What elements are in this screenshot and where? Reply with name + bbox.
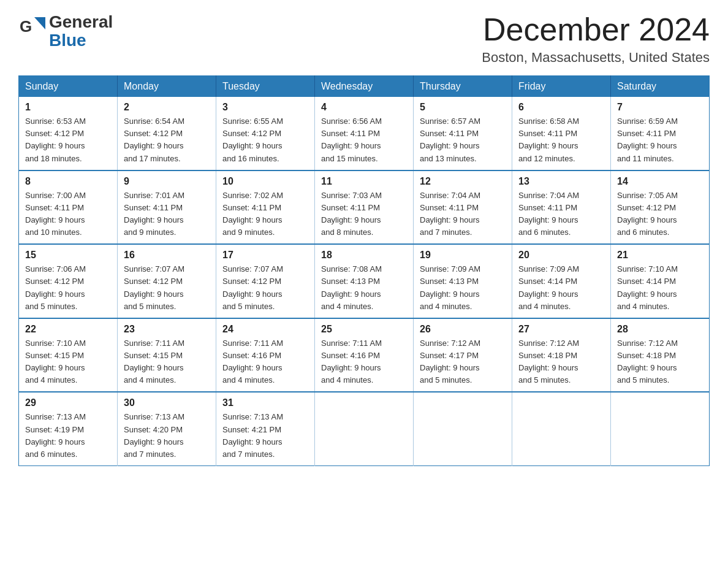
calendar-cell: 28 Sunrise: 7:12 AM Sunset: 4:18 PM Dayl… xyxy=(611,318,710,393)
day-info: Sunrise: 6:56 AM Sunset: 4:11 PM Dayligh… xyxy=(321,115,407,165)
weekday-header-wednesday: Wednesday xyxy=(315,76,414,98)
calendar-table: SundayMondayTuesdayWednesdayThursdayFrid… xyxy=(18,75,710,466)
day-info: Sunrise: 7:05 AM Sunset: 4:12 PM Dayligh… xyxy=(617,190,703,239)
day-number: 7 xyxy=(617,102,703,113)
week-row-5: 29 Sunrise: 7:13 AM Sunset: 4:19 PM Dayl… xyxy=(19,392,710,465)
weekday-header-saturday: Saturday xyxy=(611,76,710,98)
day-number: 20 xyxy=(518,250,604,261)
day-info: Sunrise: 7:06 AM Sunset: 4:12 PM Dayligh… xyxy=(25,263,111,313)
calendar-cell: 10 Sunrise: 7:02 AM Sunset: 4:11 PM Dayl… xyxy=(216,170,315,245)
day-info: Sunrise: 7:07 AM Sunset: 4:12 PM Dayligh… xyxy=(124,263,210,313)
day-info: Sunrise: 7:03 AM Sunset: 4:11 PM Dayligh… xyxy=(321,190,407,239)
weekday-header-sunday: Sunday xyxy=(19,76,118,98)
day-info: Sunrise: 7:07 AM Sunset: 4:12 PM Dayligh… xyxy=(222,263,308,313)
calendar-cell: 12 Sunrise: 7:04 AM Sunset: 4:11 PM Dayl… xyxy=(414,170,512,245)
day-info: Sunrise: 7:11 AM Sunset: 4:16 PM Dayligh… xyxy=(321,337,407,387)
blue-label: Blue xyxy=(49,31,86,50)
day-info: Sunrise: 7:04 AM Sunset: 4:11 PM Dayligh… xyxy=(518,190,604,239)
day-info: Sunrise: 6:59 AM Sunset: 4:11 PM Dayligh… xyxy=(617,115,703,165)
day-info: Sunrise: 7:12 AM Sunset: 4:18 PM Dayligh… xyxy=(617,337,703,387)
calendar-cell xyxy=(512,392,611,465)
calendar-cell: 19 Sunrise: 7:09 AM Sunset: 4:13 PM Dayl… xyxy=(414,244,512,318)
logo-icon: G xyxy=(18,13,45,40)
day-number: 23 xyxy=(124,324,210,335)
calendar-cell: 18 Sunrise: 7:08 AM Sunset: 4:13 PM Dayl… xyxy=(315,244,414,318)
day-info: Sunrise: 6:57 AM Sunset: 4:11 PM Dayligh… xyxy=(420,115,506,165)
weekday-header-monday: Monday xyxy=(118,76,216,98)
day-info: Sunrise: 6:53 AM Sunset: 4:12 PM Dayligh… xyxy=(25,115,111,165)
day-number: 28 xyxy=(617,324,703,335)
day-info: Sunrise: 7:04 AM Sunset: 4:11 PM Dayligh… xyxy=(420,190,506,239)
calendar-cell xyxy=(414,392,512,465)
calendar-cell: 16 Sunrise: 7:07 AM Sunset: 4:12 PM Dayl… xyxy=(118,244,216,318)
day-number: 5 xyxy=(420,102,506,113)
calendar-cell: 8 Sunrise: 7:00 AM Sunset: 4:11 PM Dayli… xyxy=(19,170,118,245)
day-number: 26 xyxy=(420,324,506,335)
day-number: 3 xyxy=(222,102,308,113)
day-number: 12 xyxy=(420,176,506,187)
day-number: 11 xyxy=(321,176,407,187)
day-number: 9 xyxy=(124,176,210,187)
day-info: Sunrise: 7:09 AM Sunset: 4:13 PM Dayligh… xyxy=(420,263,506,313)
day-info: Sunrise: 7:12 AM Sunset: 4:18 PM Dayligh… xyxy=(518,337,604,387)
calendar-cell: 6 Sunrise: 6:58 AM Sunset: 4:11 PM Dayli… xyxy=(512,97,611,170)
calendar-cell: 2 Sunrise: 6:54 AM Sunset: 4:12 PM Dayli… xyxy=(118,97,216,170)
day-number: 17 xyxy=(222,250,308,261)
weekday-header-friday: Friday xyxy=(512,76,611,98)
day-number: 27 xyxy=(518,324,604,335)
day-number: 18 xyxy=(321,250,407,261)
calendar-cell: 30 Sunrise: 7:13 AM Sunset: 4:20 PM Dayl… xyxy=(118,392,216,465)
calendar-cell: 27 Sunrise: 7:12 AM Sunset: 4:18 PM Dayl… xyxy=(512,318,611,393)
day-number: 10 xyxy=(222,176,308,187)
day-number: 24 xyxy=(222,324,308,335)
logo: G General Blue xyxy=(18,12,113,50)
calendar-cell: 26 Sunrise: 7:12 AM Sunset: 4:17 PM Dayl… xyxy=(414,318,512,393)
location-title: Boston, Massachusetts, United States xyxy=(482,50,710,66)
day-number: 21 xyxy=(617,250,703,261)
day-info: Sunrise: 7:10 AM Sunset: 4:14 PM Dayligh… xyxy=(617,263,703,313)
calendar-cell: 5 Sunrise: 6:57 AM Sunset: 4:11 PM Dayli… xyxy=(414,97,512,170)
logo-general-text: General xyxy=(49,12,113,32)
calendar-cell: 13 Sunrise: 7:04 AM Sunset: 4:11 PM Dayl… xyxy=(512,170,611,245)
day-number: 4 xyxy=(321,102,407,113)
svg-text:G: G xyxy=(20,17,32,36)
header: G General Blue December 2024 Boston, Mas… xyxy=(18,12,710,66)
day-number: 30 xyxy=(124,397,210,408)
month-title: December 2024 xyxy=(482,12,710,47)
calendar-cell xyxy=(315,392,414,465)
calendar-cell: 24 Sunrise: 7:11 AM Sunset: 4:16 PM Dayl… xyxy=(216,318,315,393)
day-number: 14 xyxy=(617,176,703,187)
day-number: 31 xyxy=(222,397,308,408)
day-number: 19 xyxy=(420,250,506,261)
day-number: 1 xyxy=(25,102,111,113)
day-number: 16 xyxy=(124,250,210,261)
calendar-cell: 1 Sunrise: 6:53 AM Sunset: 4:12 PM Dayli… xyxy=(19,97,118,170)
calendar-cell: 31 Sunrise: 7:13 AM Sunset: 4:21 PM Dayl… xyxy=(216,392,315,465)
calendar-cell: 29 Sunrise: 7:13 AM Sunset: 4:19 PM Dayl… xyxy=(19,392,118,465)
day-number: 25 xyxy=(321,324,407,335)
day-info: Sunrise: 7:10 AM Sunset: 4:15 PM Dayligh… xyxy=(25,337,111,387)
week-row-4: 22 Sunrise: 7:10 AM Sunset: 4:15 PM Dayl… xyxy=(19,318,710,393)
calendar-cell: 9 Sunrise: 7:01 AM Sunset: 4:11 PM Dayli… xyxy=(118,170,216,245)
day-info: Sunrise: 7:09 AM Sunset: 4:14 PM Dayligh… xyxy=(518,263,604,313)
svg-marker-1 xyxy=(34,17,45,29)
calendar-cell: 15 Sunrise: 7:06 AM Sunset: 4:12 PM Dayl… xyxy=(19,244,118,318)
day-info: Sunrise: 7:12 AM Sunset: 4:17 PM Dayligh… xyxy=(420,337,506,387)
title-area: December 2024 Boston, Massachusetts, Uni… xyxy=(482,12,710,66)
calendar-cell: 3 Sunrise: 6:55 AM Sunset: 4:12 PM Dayli… xyxy=(216,97,315,170)
calendar-cell: 7 Sunrise: 6:59 AM Sunset: 4:11 PM Dayli… xyxy=(611,97,710,170)
day-number: 6 xyxy=(518,102,604,113)
day-info: Sunrise: 7:13 AM Sunset: 4:21 PM Dayligh… xyxy=(222,411,308,461)
calendar-cell: 23 Sunrise: 7:11 AM Sunset: 4:15 PM Dayl… xyxy=(118,318,216,393)
calendar-cell: 21 Sunrise: 7:10 AM Sunset: 4:14 PM Dayl… xyxy=(611,244,710,318)
calendar-cell: 11 Sunrise: 7:03 AM Sunset: 4:11 PM Dayl… xyxy=(315,170,414,245)
day-info: Sunrise: 7:13 AM Sunset: 4:20 PM Dayligh… xyxy=(124,411,210,461)
day-info: Sunrise: 7:02 AM Sunset: 4:11 PM Dayligh… xyxy=(222,190,308,239)
day-info: Sunrise: 7:00 AM Sunset: 4:11 PM Dayligh… xyxy=(25,190,111,239)
day-number: 22 xyxy=(25,324,111,335)
day-number: 8 xyxy=(25,176,111,187)
day-info: Sunrise: 7:11 AM Sunset: 4:15 PM Dayligh… xyxy=(124,337,210,387)
day-info: Sunrise: 7:08 AM Sunset: 4:13 PM Dayligh… xyxy=(321,263,407,313)
calendar-cell: 25 Sunrise: 7:11 AM Sunset: 4:16 PM Dayl… xyxy=(315,318,414,393)
day-info: Sunrise: 6:58 AM Sunset: 4:11 PM Dayligh… xyxy=(518,115,604,165)
